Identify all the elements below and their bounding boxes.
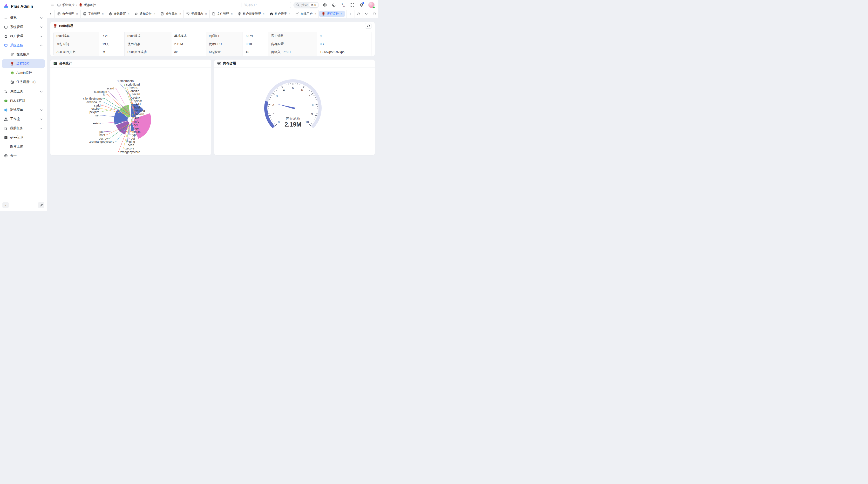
terminal-icon: C:\: [53, 61, 57, 65]
sidebar-item-Admin监控[interactable]: Admin监控: [2, 68, 45, 77]
fullscreen-button[interactable]: [349, 2, 355, 8]
sidebar-item-关于[interactable]: 关于: [2, 151, 45, 160]
tab-参数设置[interactable]: 参数设置×: [106, 10, 132, 18]
logo-icon: [3, 3, 9, 9]
tabbar: 角色管理×字典管理×参数设置×通知公告×操作日志×登录日志×文件管理×租户套餐管…: [47, 10, 378, 18]
tab-close-icon[interactable]: ×: [102, 12, 104, 16]
tab-close-icon[interactable]: ×: [76, 12, 78, 16]
tab-通知公告[interactable]: 通知公告×: [132, 10, 158, 18]
tab-缓存监控[interactable]: redis缓存监控×: [319, 10, 345, 17]
content-fullscreen-button[interactable]: [370, 10, 378, 18]
sidebar-item-租户管理[interactable]: 租户管理: [2, 32, 45, 40]
page-content: redis redis信息 redis版本7.2.5redis模式单机模式tcp…: [47, 18, 378, 211]
logo[interactable]: Plus Admin: [0, 0, 47, 12]
info-label-redis模式: redis模式: [124, 32, 171, 40]
monitor-icon: [57, 3, 61, 7]
sidebar-item-label: 概览: [10, 16, 17, 20]
tab-close-icon[interactable]: ×: [179, 12, 181, 16]
tenant-select-input[interactable]: [242, 2, 291, 8]
tabs-scroll-left[interactable]: [47, 10, 55, 18]
sidebar-footer: «: [0, 201, 47, 211]
svg-text:redis: redis: [322, 15, 324, 16]
sidebar-item-系统管理[interactable]: 系统管理: [2, 23, 45, 31]
gauge-title: 内存消耗: [286, 117, 300, 120]
tab-options-button[interactable]: [362, 10, 370, 18]
tab-close-icon[interactable]: ×: [154, 12, 155, 16]
chevron-down-icon: [40, 26, 43, 29]
tab-close-icon[interactable]: ×: [341, 12, 342, 16]
sidebar-collapse-button[interactable]: «: [2, 202, 9, 208]
tab-close-icon[interactable]: ×: [128, 12, 129, 16]
tab-close-icon[interactable]: ×: [314, 12, 316, 16]
pie-label-set: set: [95, 114, 99, 117]
tab-租户管理[interactable]: 租户管理×: [267, 10, 293, 18]
chevron-down-icon: [40, 90, 43, 93]
app-root: Plus Admin 概览系统管理租户管理系统监控在线用户redis缓存监控Ad…: [0, 0, 378, 211]
gauge-minor-tick: [276, 90, 277, 90]
tabs-strip: 角色管理×字典管理×参数设置×通知公告×操作日志×登录日志×文件管理×租户套餐管…: [55, 10, 346, 18]
sidebar-item-概览[interactable]: 概览: [2, 13, 45, 22]
sidebar-item-测试菜单[interactable]: 测试菜单: [2, 105, 45, 114]
tab-租户套餐管理[interactable]: 租户套餐管理×: [235, 10, 267, 18]
search-shortcut-badge: ⌘ K: [309, 3, 318, 7]
tab-close-icon[interactable]: ×: [231, 12, 233, 16]
notifications-button[interactable]: [358, 2, 365, 8]
tab-close-icon[interactable]: ×: [263, 12, 265, 16]
info-value-客户端数: 9: [317, 32, 372, 40]
command-stats-chart[interactable]: smembersscript|loadhsetnxdbsizesscansetn…: [51, 67, 211, 155]
breadcrumb-item-系统监控[interactable]: 系统监控: [57, 3, 74, 7]
sidebar-toggle-button[interactable]: [51, 3, 55, 7]
gauge-major-tick: [303, 86, 304, 88]
tools-icon: [4, 90, 8, 94]
sidebar-item-系统工具[interactable]: 系统工具: [2, 87, 45, 96]
tab-refresh-button[interactable]: [354, 10, 362, 18]
tab-角色管理[interactable]: 角色管理×: [55, 10, 81, 18]
gauge-minor-tick: [311, 91, 312, 92]
sidebar-pin-button[interactable]: [38, 202, 44, 208]
sidebar-item-在线用户[interactable]: 在线用户: [2, 50, 45, 59]
gauge-minor-tick: [274, 123, 274, 124]
sync-icon: [367, 24, 370, 28]
none-icon: [4, 145, 8, 149]
redis-icon: redis: [53, 24, 57, 28]
online-user-icon: [10, 53, 14, 56]
tab-文件管理[interactable]: 文件管理×: [210, 10, 235, 18]
chevron-up-icon: [40, 44, 43, 47]
tabs-scroll-right[interactable]: [346, 10, 354, 18]
tab-label: 登录日志: [191, 12, 203, 16]
settings-button[interactable]: [321, 2, 328, 8]
redis-icon: redis: [79, 3, 83, 7]
tab-操作日志[interactable]: 操作日志×: [158, 10, 184, 18]
file-icon: [212, 12, 216, 16]
global-search-button[interactable]: 搜索 ⌘ K: [293, 2, 319, 8]
info-label-使用内存: 使用内存: [124, 40, 171, 48]
tab-字典管理[interactable]: 字典管理×: [81, 10, 106, 18]
language-button[interactable]: 文A: [340, 2, 346, 8]
tab-登录日志[interactable]: 登录日志×: [184, 10, 210, 18]
sidebar-item-系统监控[interactable]: 系统监控: [2, 41, 45, 50]
sidebar-item-工作流[interactable]: 工作流: [2, 115, 45, 123]
memory-usage-gauge[interactable]: 012345678910内存消耗2.19M: [214, 67, 372, 155]
svg-text:redis: redis: [11, 65, 13, 65]
pie-label-type: type: [132, 133, 137, 137]
sidebar-item-图片上传[interactable]: 图片上传: [2, 142, 45, 151]
spring-icon: [10, 71, 14, 75]
redis-refresh-button[interactable]: [365, 23, 372, 29]
breadcrumb-item-缓存监控[interactable]: redis缓存监控: [79, 3, 96, 7]
svg-text:C:\: C:\: [54, 63, 56, 65]
sidebar-item-gitee记录[interactable]: ¥gitee记录: [2, 133, 45, 142]
sidebar-item-PLUS官网[interactable]: PLUS官网: [2, 96, 45, 105]
svg-text:redis: redis: [80, 6, 82, 7]
tab-在线用户[interactable]: 在线用户×: [293, 10, 319, 18]
tab-close-icon[interactable]: ×: [205, 12, 207, 16]
dark-mode-button[interactable]: [331, 2, 337, 8]
sidebar-item-我的任务[interactable]: 我的任务: [2, 124, 45, 133]
tab-close-icon[interactable]: ×: [289, 12, 290, 16]
sidebar-item-任务调度中心[interactable]: 任务调度中心: [2, 77, 45, 86]
tab-label: 参数设置: [114, 12, 126, 16]
moon-icon: [332, 3, 336, 7]
user-menu[interactable]: [368, 2, 375, 8]
gauge-minor-tick: [314, 95, 315, 96]
tab-label: 租户套餐管理: [243, 12, 261, 16]
sidebar-item-缓存监控[interactable]: redis缓存监控: [2, 59, 45, 68]
